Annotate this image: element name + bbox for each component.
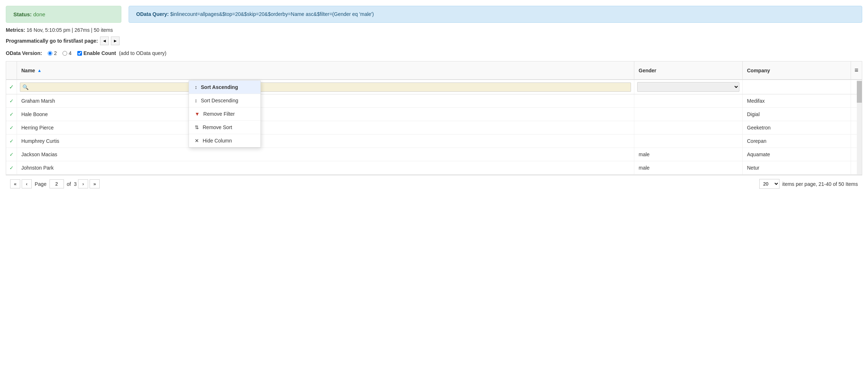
context-menu: ↕ Sort Ascending ↕ Sort Descending ▼ Rem…: [189, 80, 261, 148]
sort-asc-icon: ↕: [195, 84, 197, 90]
prev-page-button[interactable]: ‹: [22, 179, 32, 188]
header-company-label: Company: [747, 68, 770, 73]
remove-filter-icon: ▼: [195, 111, 200, 117]
status-label: Status:: [13, 11, 32, 17]
gender-filter-select[interactable]: male female: [637, 82, 739, 92]
odata-version-row: OData Version: 2 4 Enable Count (add to …: [6, 50, 862, 56]
enable-count-suffix: (add to OData query): [119, 50, 167, 56]
row-gender: [634, 135, 743, 148]
status-box: Status: done: [6, 6, 121, 23]
page-text-label: Page: [35, 181, 47, 187]
odata-v4-label: 4: [69, 50, 72, 56]
row-company: Digial: [743, 108, 851, 121]
hide-column-option[interactable]: ✕ Hide Column: [189, 134, 260, 147]
row-gender: [634, 94, 743, 107]
remove-filter-option[interactable]: ▼ Remove Filter: [189, 107, 260, 121]
odata-label: OData Query:: [136, 11, 169, 17]
remove-sort-option[interactable]: ⇅ Remove Sort: [189, 121, 260, 134]
pagination-left-controls: « ‹ Page of 3 › »: [10, 179, 100, 188]
next-page-button[interactable]: ›: [78, 179, 88, 188]
table-row: ✓ Graham Marsh Medifax: [6, 94, 862, 108]
odata-version-label: OData Version:: [6, 50, 42, 56]
row-company: Netur: [743, 161, 851, 174]
odata-v4-option[interactable]: 4: [62, 50, 72, 56]
odata-v2-option[interactable]: 2: [48, 50, 57, 56]
metrics-value: 16 Nov, 5:10:05 pm | 267ms | 50 items: [27, 27, 113, 33]
column-menu-button[interactable]: ≡: [853, 65, 860, 76]
remove-sort-label: Remove Sort: [203, 124, 232, 130]
sort-descending-label: Sort Descending: [201, 98, 238, 103]
scrollbar-track[interactable]: [857, 80, 862, 175]
page-number-input[interactable]: [49, 179, 64, 188]
pagination-top-row: Programmatically go to first/last page: …: [6, 37, 862, 45]
main-container: Status: done OData Query: $inlinecount=a…: [0, 0, 868, 198]
odata-v4-radio[interactable]: [62, 51, 67, 56]
filter-name-cell: 🔍: [17, 80, 634, 94]
row-gender: male: [634, 161, 743, 174]
first-page-button[interactable]: «: [10, 179, 20, 188]
search-icon: 🔍: [22, 84, 29, 90]
row-gender: [634, 108, 743, 121]
total-pages-label: 3: [74, 181, 77, 187]
filter-company-cell: [743, 80, 851, 94]
top-section: Status: done OData Query: $inlinecount=a…: [6, 6, 862, 23]
remove-sort-icon: ⇅: [195, 124, 199, 130]
row-name: Humphrey Curtis: [17, 135, 634, 148]
table-row: ✓ Humphrey Curtis Corepan: [6, 135, 862, 148]
row-company: Corepan: [743, 135, 851, 148]
header-gender[interactable]: Gender: [634, 61, 743, 79]
pagination-right-controls: 10 20 50 100 items per page, 21-40 of 50…: [759, 179, 858, 189]
name-sort-arrow: ▲: [37, 68, 42, 73]
header-menu[interactable]: ≡: [851, 61, 862, 79]
metrics-label: Metrics:: [6, 27, 25, 33]
row-company: Geeketron: [743, 121, 851, 134]
sort-descending-option[interactable]: ↕ Sort Descending: [189, 94, 260, 107]
table-row: ✓ Hale Boone Digial: [6, 108, 862, 121]
row-company: Aquamate: [743, 148, 851, 161]
header-name[interactable]: Name ▲: [17, 61, 634, 79]
filter-row: ✓ 🔍 male female: [6, 80, 862, 94]
header-name-label: Name: [21, 68, 35, 73]
sort-ascending-option[interactable]: ↕ Sort Ascending: [189, 81, 260, 94]
first-page-top-button[interactable]: ◄: [100, 37, 109, 45]
row-name: Johnston Park: [17, 161, 634, 174]
header-company[interactable]: Company: [743, 61, 851, 79]
search-wrapper: 🔍: [20, 82, 631, 92]
table-row: ✓ Jackson Macias male Aquamate: [6, 148, 862, 161]
status-value: done: [33, 11, 45, 17]
row-name: Jackson Macias: [17, 148, 634, 161]
sort-desc-icon: ↕: [195, 98, 197, 103]
row-check: ✓: [6, 121, 17, 134]
row-name: Hale Boone: [17, 108, 634, 121]
filter-gender-cell: male female: [634, 80, 743, 94]
metrics-row: Metrics: 16 Nov, 5:10:05 pm | 267ms | 50…: [6, 27, 862, 33]
row-check: ✓: [6, 161, 17, 174]
odata-v2-radio[interactable]: [48, 51, 52, 56]
last-page-button[interactable]: »: [90, 179, 100, 188]
hide-column-label: Hide Column: [203, 138, 232, 144]
odata-value: $inlinecount=allpages&$top=20&$skip=20&$…: [170, 11, 374, 17]
sort-ascending-label: Sort Ascending: [201, 84, 238, 90]
table-row: ✓ Herring Pierce Geeketron: [6, 121, 862, 135]
row-gender: [634, 121, 743, 134]
header-check: [6, 61, 17, 79]
filter-check-icon: ✓: [9, 84, 14, 90]
row-check: ✓: [6, 94, 17, 107]
row-name: Herring Pierce: [17, 121, 634, 134]
enable-count-option[interactable]: Enable Count (add to OData query): [77, 50, 167, 56]
odata-box: OData Query: $inlinecount=allpages&$top=…: [129, 6, 862, 23]
items-info-label: items per page, 21-40 of 50 Items: [782, 181, 858, 187]
header-gender-label: Gender: [639, 68, 656, 73]
table-row: ✓ Johnston Park male Netur: [6, 161, 862, 175]
row-name: Graham Marsh: [17, 94, 634, 107]
of-text-label: of: [67, 181, 71, 187]
programmatic-label: Programmatically go to first/last page:: [6, 38, 98, 44]
name-search-input[interactable]: [30, 84, 629, 90]
last-page-top-button[interactable]: ►: [111, 37, 120, 45]
enable-count-checkbox[interactable]: [77, 51, 82, 56]
row-check: ✓: [6, 148, 17, 161]
row-gender: male: [634, 148, 743, 161]
per-page-select[interactable]: 10 20 50 100: [759, 179, 780, 189]
scrollbar-thumb[interactable]: [857, 81, 862, 103]
pagination-bottom: « ‹ Page of 3 › » 10 20 50 100 items per…: [6, 175, 862, 192]
